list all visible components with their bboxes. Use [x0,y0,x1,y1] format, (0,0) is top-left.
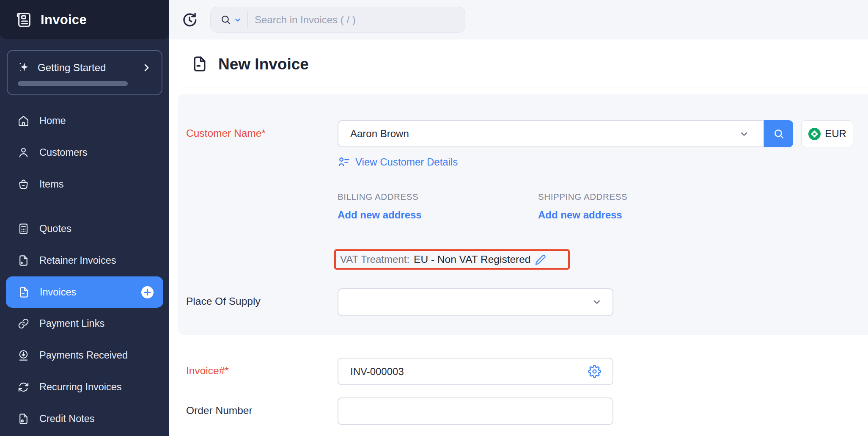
invoice-number-label: Invoice#* [186,365,229,377]
edit-pencil-icon[interactable] [535,254,546,265]
home-icon [17,114,30,127]
sidebar-item-invoices[interactable]: Invoices [6,276,163,308]
getting-started-card[interactable]: Getting Started [7,50,162,95]
app-title: Invoice [41,12,87,28]
vat-treatment-highlight-box: VAT Treatment: EU - Non VAT Registered [334,249,570,270]
app-window: Invoice Getting Started [0,0,868,436]
page-title: New Invoice [218,55,309,73]
order-number-label: Order Number [186,405,253,417]
invoice-logo-icon [14,10,33,30]
search-divider [247,12,248,28]
sidebar-item-payment-links[interactable]: Payment Links [0,308,169,339]
vat-treatment-value: EU - Non VAT Registered [414,254,530,265]
getting-started-progress-bar [18,81,128,86]
search-input[interactable] [255,14,465,26]
global-search[interactable] [210,7,465,33]
chevron-down-icon [592,298,602,307]
search-scope-chevron-icon[interactable] [234,16,242,24]
sidebar-item-quotes[interactable]: Quotes [0,213,169,245]
customers-icon [17,146,30,159]
sidebar-item-home[interactable]: Home [0,105,169,137]
sidebar: Invoice Getting Started [0,0,169,436]
quotes-icon [17,222,30,235]
currency-euro-icon [808,127,821,141]
view-customer-details-link[interactable]: View Customer Details [338,156,458,168]
sidebar-item-items[interactable]: Items [0,168,169,200]
customer-section: Customer Name* EUR [178,94,868,335]
retainer-invoices-icon [17,254,30,267]
sidebar-item-label: Recurring Invoices [39,381,159,393]
getting-started-label: Getting Started [38,62,135,74]
sidebar-item-recurring-invoices[interactable]: Recurring Invoices [0,371,169,403]
sidebar-item-label: Invoices [40,287,132,298]
shipping-add-new-address-link[interactable]: Add new address [538,209,622,221]
customer-name-combo [338,120,793,147]
payment-links-icon [17,317,30,330]
sparkle-icon [18,61,31,74]
recurring-invoices-icon [17,381,30,394]
sidebar-item-retainer-invoices[interactable]: Retainer Invoices [0,245,169,276]
sidebar-item-payments-received[interactable]: Payments Received [0,339,169,371]
billing-address-heading: BILLING ADDRESS [338,192,418,202]
sidebar-item-credit-notes[interactable]: Credit Notes [0,403,169,435]
invoices-icon [17,286,30,299]
sidebar-item-label: Customers [39,147,159,158]
payments-received-icon [17,349,30,362]
main-content: New Invoice Customer Name* [169,0,868,436]
credit-notes-icon [17,412,30,425]
order-number-input[interactable] [338,397,613,425]
place-of-supply-select[interactable] [338,288,613,316]
sidebar-item-label: Retainer Invoices [39,255,159,266]
billing-add-new-address-link[interactable]: Add new address [338,209,422,221]
chevron-right-icon [141,63,151,73]
sidebar-item-label: Payments Received [39,350,159,361]
customer-name-input[interactable] [338,120,764,147]
sidebar-item-label: Items [39,179,159,190]
recent-history-icon[interactable] [181,11,199,29]
invoice-number-input[interactable] [338,358,613,385]
customer-name-label: Customer Name* [186,127,266,139]
sidebar-item-label: Payment Links [39,318,159,329]
currency-code: EUR [825,128,846,140]
view-customer-details-label: View Customer Details [355,156,458,168]
page-header: New Invoice [169,40,868,88]
customer-search-button[interactable] [764,120,793,147]
search-icon [220,14,231,25]
invoice-number-settings-gear-icon[interactable] [588,365,601,378]
new-invoice-doc-icon [190,55,209,73]
app-logo[interactable]: Invoice [0,0,169,39]
items-icon [17,178,30,191]
place-of-supply-label: Place Of Supply [186,295,261,307]
header-divider [180,88,868,88]
topbar [169,0,868,39]
vat-treatment-label: VAT Treatment: [340,254,409,265]
search-icon [773,128,785,140]
add-invoice-icon[interactable] [141,286,154,299]
sidebar-item-customers[interactable]: Customers [0,137,169,168]
sidebar-item-label: Credit Notes [39,413,159,425]
sidebar-item-label: Home [39,115,159,127]
sidebar-item-label: Quotes [39,223,159,235]
currency-button[interactable]: EUR [801,120,853,147]
shipping-address-heading: SHIPPING ADDRESS [538,192,627,202]
customer-details-icon [338,156,350,168]
sidebar-nav: Home Customers Items [0,105,169,435]
